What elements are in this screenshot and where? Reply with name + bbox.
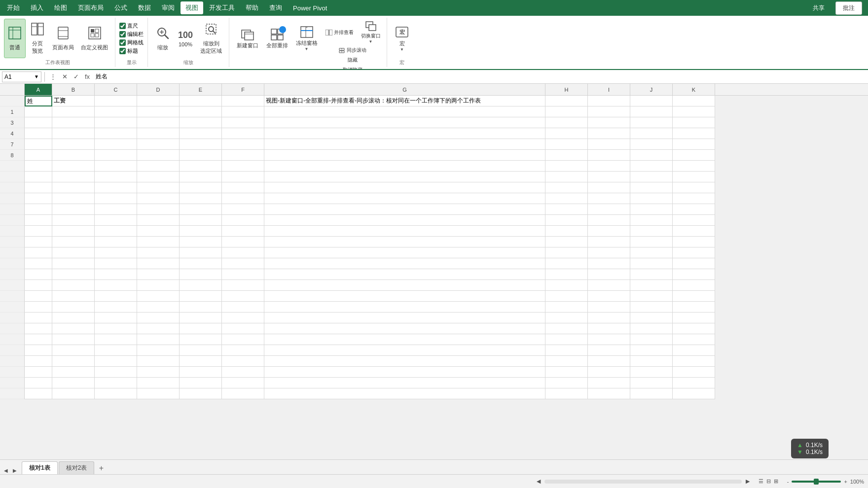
grid-cell-empty[interactable]	[630, 247, 673, 258]
sheet-tab-2[interactable]: 核对2表	[59, 461, 95, 474]
grid-cell-empty[interactable]	[588, 226, 630, 237]
grid-cell-empty[interactable]	[545, 378, 588, 388]
grid-cell-empty[interactable]	[264, 388, 545, 399]
cell-row1-F[interactable]	[222, 106, 264, 117]
grid-cell-empty[interactable]	[673, 237, 715, 247]
grid-cell-empty[interactable]	[673, 323, 715, 334]
cell-row1-G[interactable]	[264, 106, 545, 117]
col-header-H[interactable]: H	[545, 84, 588, 95]
menu-item-data[interactable]: 数据	[133, 1, 156, 14]
menu-item-developer[interactable]: 开发工具	[204, 1, 240, 14]
grid-cell-empty[interactable]	[588, 193, 630, 204]
grid-cell-empty[interactable]	[137, 302, 180, 313]
cell-J1[interactable]	[630, 96, 673, 106]
grid-cell-empty[interactable]	[180, 204, 222, 215]
grid-cell-empty[interactable]	[95, 280, 137, 291]
grid-cell-empty[interactable]	[222, 247, 264, 258]
grid-cell-empty[interactable]	[52, 280, 95, 291]
formula-bar-dots[interactable]: ⋮	[48, 72, 58, 81]
grid-cell-empty[interactable]	[545, 247, 588, 258]
grid-cell-empty[interactable]	[545, 226, 588, 237]
grid-cell-empty[interactable]	[673, 258, 715, 269]
grid-cell-empty[interactable]	[545, 345, 588, 356]
col-header-B[interactable]: B	[52, 84, 95, 95]
menu-item-help[interactable]: 帮助	[241, 1, 263, 14]
grid-cell-empty[interactable]	[588, 345, 630, 356]
headings-checkbox[interactable]: 标题	[119, 47, 138, 55]
grid-cell-empty[interactable]	[673, 172, 715, 182]
grid-cell-empty[interactable]	[264, 258, 545, 269]
menu-item-query[interactable]: 查询	[264, 1, 287, 14]
grid-cell-empty[interactable]	[264, 204, 545, 215]
grid-cell-empty[interactable]	[25, 378, 52, 388]
custom-view-button[interactable]: 自定义视图	[78, 19, 111, 58]
grid-cell-empty[interactable]	[52, 161, 95, 172]
grid-cell-empty[interactable]	[588, 334, 630, 345]
cell-row3-I[interactable]	[588, 117, 630, 128]
cell-B1[interactable]: 工资	[52, 96, 95, 106]
formula-bar-checkbox[interactable]: 编辑栏	[119, 31, 144, 38]
sheet-tab-add[interactable]: +	[95, 462, 107, 474]
col-header-I[interactable]: I	[588, 84, 630, 95]
grid-cell-empty[interactable]	[180, 193, 222, 204]
grid-cell-empty[interactable]	[52, 388, 95, 399]
grid-cell-empty[interactable]	[25, 388, 52, 399]
cell-row3-F[interactable]	[222, 117, 264, 128]
cell-row3-A[interactable]	[25, 117, 52, 128]
switch-window-button[interactable]: 切换窗口 ▼	[359, 20, 383, 45]
grid-cell-empty[interactable]	[630, 302, 673, 313]
grid-cell-empty[interactable]	[222, 161, 264, 172]
grid-cell-empty[interactable]	[588, 378, 630, 388]
page-layout-view-button[interactable]: 页面布局	[49, 19, 77, 58]
grid-cell-empty[interactable]	[95, 378, 137, 388]
grid-cell-empty[interactable]	[180, 291, 222, 302]
grid-cell-empty[interactable]	[630, 345, 673, 356]
cell-K1[interactable]	[673, 96, 715, 106]
grid-cell-empty[interactable]	[52, 334, 95, 345]
grid-cell-empty[interactable]	[137, 172, 180, 182]
grid-cell-empty[interactable]	[545, 237, 588, 247]
cell-reference-box[interactable]: A1 ▼	[2, 71, 41, 82]
col-header-D[interactable]: D	[137, 84, 180, 95]
grid-cell-empty[interactable]	[52, 226, 95, 237]
grid-cell-empty[interactable]	[264, 356, 545, 367]
cell-row1-E[interactable]	[180, 106, 222, 117]
grid-cell-empty[interactable]	[95, 356, 137, 367]
grid-cell-empty[interactable]	[137, 388, 180, 399]
cell-row3-D[interactable]	[137, 117, 180, 128]
grid-cell-empty[interactable]	[95, 388, 137, 399]
grid-cell-empty[interactable]	[222, 313, 264, 323]
cell-row1-K[interactable]	[673, 106, 715, 117]
grid-cell-empty[interactable]	[545, 182, 588, 193]
grid-cell-empty[interactable]	[95, 204, 137, 215]
grid-cell-empty[interactable]	[264, 302, 545, 313]
grid-cell-empty[interactable]	[137, 204, 180, 215]
grid-cell-empty[interactable]	[630, 313, 673, 323]
grid-cell-empty[interactable]	[52, 323, 95, 334]
grid-cell-empty[interactable]	[137, 215, 180, 226]
grid-cell-empty[interactable]	[95, 247, 137, 258]
grid-cell-empty[interactable]	[95, 193, 137, 204]
grid-cell-empty[interactable]	[52, 204, 95, 215]
grid-cell-empty[interactable]	[222, 323, 264, 334]
zoom100-button[interactable]: 100 100%	[175, 19, 196, 58]
grid-cell-empty[interactable]	[545, 172, 588, 182]
grid-cell-empty[interactable]	[137, 323, 180, 334]
cell-row3-B[interactable]	[52, 117, 95, 128]
grid-cell-empty[interactable]	[95, 313, 137, 323]
cell-row3-J[interactable]	[630, 117, 673, 128]
grid-cell-empty[interactable]	[673, 291, 715, 302]
grid-cell-empty[interactable]	[95, 334, 137, 345]
cell-row3-C[interactable]	[95, 117, 137, 128]
grid-cell-empty[interactable]	[180, 161, 222, 172]
grid-cell-empty[interactable]	[222, 302, 264, 313]
grid-cell-empty[interactable]	[25, 226, 52, 237]
grid-cell-empty[interactable]	[25, 323, 52, 334]
grid-cell-empty[interactable]	[180, 334, 222, 345]
grid-cell-empty[interactable]	[588, 367, 630, 378]
cell-row1-A[interactable]	[25, 106, 52, 117]
grid-cell-empty[interactable]	[222, 280, 264, 291]
grid-cell-empty[interactable]	[25, 172, 52, 182]
grid-cell-empty[interactable]	[588, 302, 630, 313]
grid-cell-empty[interactable]	[180, 247, 222, 258]
